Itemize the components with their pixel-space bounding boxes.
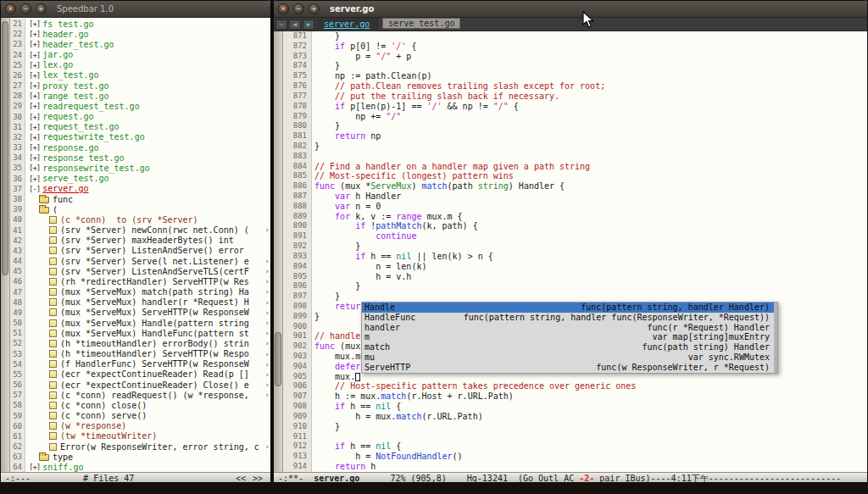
tag-icon[interactable] <box>49 443 57 451</box>
code-line[interactable]: 914 return h <box>283 462 867 472</box>
speedbar-row[interactable]: 21[+]fs_test.go <box>10 19 270 29</box>
file-name[interactable]: response_test.go <box>42 153 124 163</box>
code-line[interactable]: 874 } <box>283 61 867 71</box>
speedbar-row[interactable]: 55(ecr *expectContinueReader) Read(p []› <box>10 369 270 380</box>
code-line[interactable]: 897 } <box>283 291 867 302</box>
code-line[interactable]: 884// Find a handler on a handler map gi… <box>283 162 867 172</box>
code-line[interactable]: 910 } <box>283 422 867 432</box>
expand-toggle[interactable]: [+] <box>29 92 40 100</box>
speedbar-row[interactable]: 29[+]readrequest_test.go <box>10 101 270 111</box>
tag-label[interactable]: (mux *ServeMux) Handle(pattern string <box>60 319 249 328</box>
file-name[interactable]: header_test.go <box>42 40 114 49</box>
speedbar-row[interactable]: 22[+]header.go <box>10 29 270 39</box>
file-name[interactable]: lex.go <box>42 60 73 69</box>
speedbar-row[interactable]: 61(tw *timeoutWriter) <box>10 431 270 441</box>
code-line[interactable]: 877 // put the trailing slash back if ne… <box>283 92 867 102</box>
maximize-button[interactable]: + <box>36 3 47 14</box>
code-line[interactable]: 912 if h == nil { <box>283 441 867 452</box>
speedbar-row[interactable]: 37[-]server.go <box>10 184 270 194</box>
tag-icon[interactable] <box>49 288 57 296</box>
code-line[interactable]: 875 np := path.Clean(p) <box>283 71 867 81</box>
tag-label[interactable]: (h *timeoutHandler) errorBody() strin <box>60 339 249 348</box>
speedbar-row[interactable]: 49(mux *ServeMux) ServeHTTP(w ResponseW› <box>10 308 270 318</box>
code-line[interactable]: 911 <box>283 432 867 442</box>
speedbar-row[interactable]: 48(mux *ServeMux) handler(r *Request) H› <box>10 297 270 308</box>
tag-icon[interactable] <box>49 340 57 347</box>
tag-label[interactable]: (srv *Server) ListenAndServeTLS(certF <box>60 267 249 276</box>
speedbar-row[interactable]: 56(ecr *expectContinueReader) Close() e› <box>10 380 270 390</box>
tag-label[interactable]: (ecr *expectContinueReader) Read(p [] <box>60 369 249 379</box>
close-button[interactable]: × <box>278 3 289 14</box>
code-line[interactable]: 883 <box>283 152 867 162</box>
speedbar-row[interactable]: 33[+]response.go <box>10 142 270 153</box>
speedbar-nav-back[interactable]: << <box>236 474 246 483</box>
expand-toggle[interactable]: [+] <box>29 133 40 142</box>
maximize-button[interactable]: + <box>309 3 320 14</box>
speedbar-row[interactable]: 57(c *conn) readRequest() (w *response,› <box>10 390 270 400</box>
tag-label[interactable]: (h *timeoutHandler) ServeHTTP(w Respo <box>60 349 249 358</box>
code-line[interactable]: 873 p = "/" + p <box>283 52 867 62</box>
tag-icon[interactable] <box>49 381 57 389</box>
close-button[interactable]: × <box>5 3 16 14</box>
code-line[interactable]: 908 if h == nil { <box>283 402 867 412</box>
code-line[interactable]: 880 } <box>283 121 867 131</box>
file-name[interactable]: response.go <box>42 143 98 153</box>
expand-toggle[interactable]: [+] <box>29 61 40 69</box>
speedbar-row[interactable]: 52(h *timeoutHandler) errorBody() strin› <box>10 338 270 348</box>
speedbar-row[interactable]: 45(srv *Server) ListenAndServeTLS(certF› <box>10 266 270 276</box>
scrollbar-thumb[interactable] <box>2 21 8 275</box>
expand-toggle[interactable]: [+] <box>29 463 40 471</box>
code-line[interactable]: 879 np += "/" <box>283 112 867 122</box>
file-name[interactable]: lex_test.go <box>42 70 98 80</box>
tab-prev-button[interactable]: ◀ <box>289 19 301 30</box>
expand-toggle[interactable]: [+] <box>29 51 40 59</box>
speedbar-row[interactable]: 58(c *conn) close() <box>10 400 270 410</box>
tag-label[interactable]: (srv *Server) Serve(l net.Listener) e <box>60 257 249 266</box>
tag-icon[interactable] <box>49 226 57 234</box>
file-name[interactable]: responsewrite_test.go <box>42 164 149 173</box>
speedbar-scrollbar[interactable] <box>1 18 10 472</box>
tag-group-label[interactable]: func <box>53 195 73 204</box>
code-line[interactable]: 891 continue <box>283 231 867 241</box>
tag-icon[interactable] <box>49 412 57 419</box>
completion-item[interactable]: muvar sync.RWMutex <box>362 352 777 363</box>
expand-toggle[interactable]: [+] <box>29 19 40 28</box>
completion-item[interactable]: mvar map[string]muxEntry <box>362 332 777 342</box>
code-area[interactable]: Handlefunc(pattern string, handler Handl… <box>283 31 867 472</box>
completion-item[interactable]: ServeHTTPfunc(w ResponseWriter, r *Reque… <box>362 363 777 373</box>
tag-icon[interactable] <box>49 216 57 224</box>
code-line[interactable]: 872 if p[0] != '/' { <box>283 42 867 52</box>
code-line[interactable]: 895 h = v.h <box>283 272 867 282</box>
tag-icon[interactable] <box>49 258 57 265</box>
expand-toggle[interactable]: [+] <box>29 153 40 162</box>
speedbar-row[interactable]: 41(srv *Server) newConn(rwc net.Conn) (› <box>10 225 270 235</box>
speedbar-row[interactable]: 25[+]lex.go <box>10 60 270 70</box>
tag-label[interactable]: Error(w ResponseWriter, error string, c <box>60 442 259 452</box>
speedbar-row[interactable]: 54(f HandlerFunc) ServeHTTP(w ResponseW› <box>10 359 270 369</box>
file-name[interactable]: server.go <box>42 184 88 193</box>
speedbar-row[interactable]: 50(mux *ServeMux) Handle(pattern string› <box>10 318 270 328</box>
code-line[interactable]: 890 if !pathMatch(k, path) { <box>283 221 867 231</box>
file-name[interactable]: request.go <box>42 112 93 121</box>
minimize-button[interactable]: − <box>293 3 304 14</box>
speedbar-row[interactable]: 51(mux *ServeMux) HandleFunc(pattern st› <box>10 328 270 338</box>
speedbar-row[interactable]: 28[+]range_test.go <box>10 91 270 101</box>
tab-serve_test-go[interactable]: serve_test.go <box>382 18 460 29</box>
tag-label[interactable]: (tw *timeoutWriter) <box>60 431 157 441</box>
expand-toggle[interactable]: [+] <box>29 175 40 183</box>
expand-toggle[interactable]: [+] <box>29 123 40 131</box>
file-name[interactable]: range_test.go <box>42 92 108 101</box>
expand-toggle[interactable]: [+] <box>29 113 40 121</box>
file-name[interactable]: request_test.go <box>42 122 119 131</box>
speedbar-nav-forward[interactable]: >> <box>253 474 263 483</box>
code-line[interactable]: 894 n = len(k) <box>283 262 867 272</box>
tag-label[interactable]: (rh *redirectHandler) ServeHTTP(w Res <box>60 277 249 286</box>
tag-group-label[interactable]: ( <box>53 205 58 214</box>
file-name[interactable]: jar.go <box>42 50 73 59</box>
code-line[interactable]: 906 // Host-specific pattern takes prece… <box>283 381 867 391</box>
speedbar-row[interactable]: 27[+]proxy_test.go <box>10 80 270 91</box>
folder-icon[interactable] <box>39 197 49 203</box>
file-name[interactable]: serve_test.go <box>42 174 108 183</box>
code-line[interactable]: 876 // path.Clean removes trailing slash… <box>283 81 867 92</box>
expand-toggle[interactable]: [+] <box>29 143 40 152</box>
